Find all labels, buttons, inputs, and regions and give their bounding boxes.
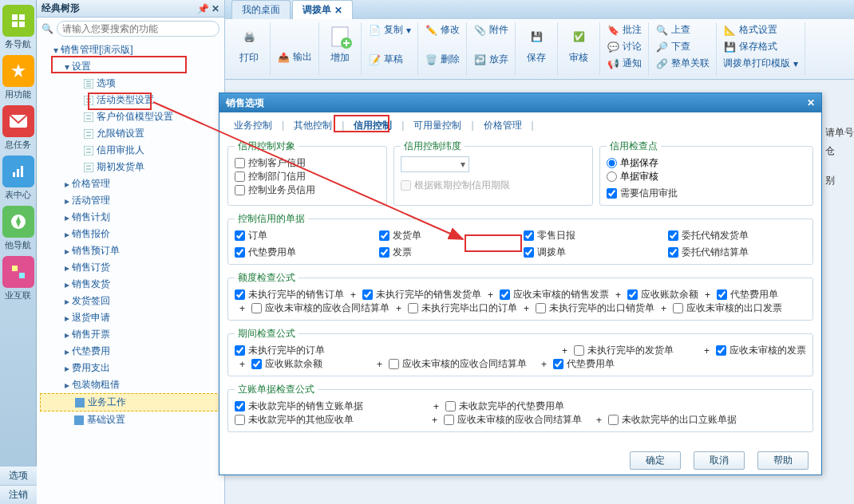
format-button[interactable]: 📐格式设置 — [722, 22, 800, 37]
tree-module[interactable]: ▸活动管理 — [40, 192, 221, 209]
notify-button[interactable]: 📢通知 — [605, 56, 643, 71]
tree-root[interactable]: ▾销售管理[演示版] — [40, 41, 221, 58]
discuss-button[interactable]: 💬讨论 — [605, 39, 643, 54]
mail-icon[interactable] — [2, 105, 34, 137]
help-button[interactable]: 帮助 — [757, 451, 809, 470]
dialog-tabs: 业务控制| 其他控制| 信用控制| 可用量控制| 价格管理| — [219, 112, 821, 135]
tree-module[interactable]: ▸销售预订单 — [40, 242, 221, 259]
svg-rect-2 — [19, 14, 25, 20]
chk-bill[interactable]: 订单 — [235, 229, 373, 242]
close-icon[interactable]: ✕ — [807, 97, 815, 108]
svg-rect-14 — [12, 266, 18, 271]
dlg-tab-4[interactable]: 价格管理 — [476, 116, 530, 135]
fs-period: 期间检查公式 未执行完毕的订单 + 未执行完毕的发货单 + 应收未审核的发票 +… — [227, 327, 813, 376]
chk-bill-allocation[interactable]: 调拨单 — [524, 246, 662, 259]
down-button[interactable]: 🔎下查 — [654, 39, 711, 54]
pin-icon[interactable]: 📌 ✕ — [197, 3, 219, 14]
chk-dept[interactable]: 控制部门信用 — [235, 170, 380, 183]
svg-rect-1 — [12, 14, 18, 20]
tree-module[interactable]: ▸销售发货 — [40, 276, 221, 293]
ok-button[interactable]: 确定 — [630, 451, 681, 470]
chk-salesman[interactable]: 控制业务员信用 — [235, 183, 380, 197]
dlg-tab-1[interactable]: 其他控制 — [286, 116, 340, 135]
svg-rect-36 — [74, 415, 84, 425]
chk-bill[interactable]: 发票 — [379, 246, 517, 259]
tree-biz-work[interactable]: 业务工作 — [40, 393, 221, 411]
tree-leaf[interactable]: 活动类型设置 — [40, 92, 221, 108]
dlg-tab-3[interactable]: 可用量控制 — [405, 116, 469, 135]
fs-ledger: 立账单据检查公式 未收款完毕的销售立账单据 + 未收款完毕的代垫费用单 未收款完… — [227, 383, 813, 432]
svg-marker-5 — [11, 64, 26, 77]
bottom-tab-options[interactable]: 选项 — [0, 466, 37, 485]
add-button[interactable]: 增加 — [324, 22, 356, 66]
tree-panel: 经典树形 📌 ✕ 🔍 ▾销售管理[演示版] ▾设置 选项 活动类型设置客户价值模… — [37, 0, 225, 504]
draft-button[interactable]: 📝草稿 — [366, 52, 413, 67]
chk-bill[interactable]: 代垫费用单 — [235, 246, 373, 259]
app-icon-bar: 务导航 用功能 息任务 表中心 他导航 业互联 — [0, 0, 37, 504]
cancel-button[interactable]: 取消 — [694, 451, 745, 470]
tree[interactable]: ▾销售管理[演示版] ▾设置 选项 活动类型设置客户价值模型设置允限销设置信用审… — [37, 40, 224, 486]
chk-need-approve[interactable]: 需要信用审批 — [607, 187, 806, 200]
radio-save[interactable]: 单据保存 — [607, 156, 806, 170]
tree-module[interactable]: ▸销售报价 — [40, 226, 221, 242]
link-icon[interactable] — [2, 256, 34, 288]
tree-module[interactable]: ▸代垫费用 — [40, 343, 221, 360]
copy-button[interactable]: 📄复制 ▾ — [366, 22, 413, 37]
modify-button[interactable]: ✏️修改 — [423, 22, 461, 37]
svg-rect-35 — [75, 398, 85, 408]
tree-search-input[interactable] — [57, 21, 219, 37]
save-button[interactable]: 💾保存 — [520, 22, 552, 66]
output-button[interactable]: 📤输出 — [275, 49, 314, 65]
dlg-tab-0[interactable]: 业务控制 — [226, 116, 280, 135]
svg-rect-23 — [84, 112, 93, 122]
tree-module[interactable]: ▸费用支出 — [40, 360, 221, 376]
tree-module[interactable]: ▸包装物租借 — [40, 376, 221, 393]
audit-button[interactable]: ✅审核 — [563, 22, 595, 66]
tree-module[interactable]: ▸销售开票 — [40, 326, 221, 343]
search-icon: 🔍 — [42, 23, 53, 34]
sales-options-dialog: 销售选项 ✕ 业务控制| 其他控制| 信用控制| 可用量控制| 价格管理| 信用… — [219, 93, 822, 463]
batch-button[interactable]: 🔖批注 — [605, 22, 643, 37]
delete-button[interactable]: 🗑️删除 — [423, 52, 461, 67]
dim-combo[interactable]: ▾ — [401, 156, 469, 172]
tab-desktop[interactable]: 我的桌面 — [231, 0, 291, 19]
chk-bill[interactable]: 发货单 — [379, 229, 517, 242]
chk-bill[interactable]: 委托代销发货单 — [668, 229, 806, 242]
star-icon[interactable] — [2, 55, 34, 87]
tree-leaf[interactable]: 期初发货单 — [40, 159, 221, 175]
tpl-button[interactable]: 调拨单打印模版 ▾ — [722, 56, 800, 71]
tree-options[interactable]: 选项 — [40, 75, 221, 92]
tree-module[interactable]: ▸销售订货 — [40, 259, 221, 276]
tab-allocation[interactable]: 调拨单✕ — [292, 0, 353, 19]
tree-leaf[interactable]: 信用审批人 — [40, 142, 221, 159]
tree-module[interactable]: ▸退货申请 — [40, 309, 221, 326]
print-button[interactable]: 🖨️打印 — [233, 22, 265, 66]
report-icon[interactable] — [2, 156, 34, 187]
dialog-titlebar[interactable]: 销售选项 ✕ — [219, 93, 821, 112]
up-button[interactable]: 🔍上查 — [654, 22, 711, 37]
nav-icon[interactable] — [2, 5, 34, 37]
chk-bill[interactable]: 委托代销结算单 — [668, 246, 806, 259]
compass-icon[interactable] — [2, 206, 34, 238]
save-format-button[interactable]: 💾保存格式 — [722, 39, 800, 54]
main-tabs: 我的桌面 调拨单✕ — [225, 0, 854, 19]
bottom-tab-logout[interactable]: 注销 — [0, 485, 37, 504]
tree-module[interactable]: ▸销售计划 — [40, 209, 221, 226]
fs-checkpoint: 信用检查点 单据保存 单据审核 需要信用审批 — [599, 140, 813, 206]
chk-bill[interactable]: 零售日报 — [524, 229, 662, 242]
tree-module[interactable]: ▸价格管理 — [40, 175, 221, 192]
tree-settings[interactable]: ▾设置 — [40, 58, 221, 75]
tree-leaf[interactable]: 允限销设置 — [40, 125, 221, 142]
tree-module[interactable]: ▸发货签回 — [40, 293, 221, 309]
close-icon[interactable]: ✕ — [334, 5, 342, 16]
orderrel-button[interactable]: 🔗整单关联 — [654, 56, 711, 71]
tree-leaf[interactable]: 客户价值模型设置 — [40, 108, 221, 125]
chk-cust[interactable]: 控制客户信用 — [235, 156, 380, 170]
release-button[interactable]: ↩️放弃 — [472, 52, 510, 67]
radio-audit[interactable]: 单据审核 — [607, 170, 806, 183]
dlg-tab-2[interactable]: 信用控制 — [346, 116, 400, 135]
attach-button[interactable]: 📎附件 — [472, 22, 510, 37]
side-label: 业互联 — [0, 289, 36, 301]
tree-basic-settings[interactable]: 基础设置 — [40, 411, 221, 428]
fs-quota: 额度检查公式 未执行完毕的销售订单+ 未执行完毕的销售发货单+ 应收未审核的销售… — [227, 271, 813, 321]
